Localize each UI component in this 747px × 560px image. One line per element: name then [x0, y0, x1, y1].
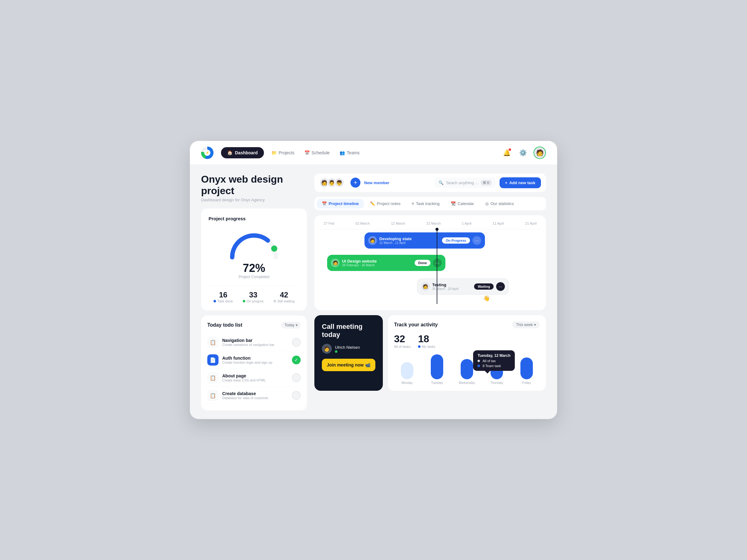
todo-text-1: Auth function Create function login and … — [222, 355, 288, 364]
user-avatar[interactable]: 🧑 — [534, 146, 546, 159]
home-icon: 🏠 — [227, 150, 232, 155]
todo-check-2[interactable] — [292, 373, 301, 382]
tooltip-team-dot — [478, 365, 480, 367]
calendar-icon: 📅 — [304, 150, 310, 155]
meeting-title: Call meeting today — [322, 323, 376, 339]
timeline-task-developing[interactable]: 🧑 Developing state 12 March - 11 April O… — [364, 232, 485, 248]
task-avatar-testing: 🧑 — [421, 282, 430, 291]
activity-header: Track your activity This week ▾ — [394, 321, 540, 328]
all-tasks-stat: 32 All of tasks — [394, 333, 411, 348]
nav-right: 🔔 ⚙️ 🧑 — [501, 146, 546, 159]
add-task-button[interactable]: + Add new task — [499, 177, 541, 188]
gauge-percent: 72% — [243, 262, 265, 275]
project-header: 🧑 👨 👦 + New member 🔍 Seach anything ... … — [314, 174, 546, 192]
todo-card: Today todo list Today ▾ 📋 Navigation bar… — [201, 316, 307, 410]
todo-item: 📋 Create database Database for data of c… — [207, 387, 301, 404]
app-container: ⚡ 🏠 Dashboard 📁 Projects 📅 Schedule 👥 Te… — [190, 141, 557, 419]
timeline-card: 27 Feb 02 March 12 March 22 March 1 Apri… — [314, 215, 546, 310]
project-subtitle: Dashboard design for Onyx Agency — [201, 197, 307, 202]
more-button-testing[interactable]: ··· — [496, 282, 505, 291]
todo-header: Today todo list Today ▾ — [207, 322, 301, 328]
tabs: 📅 Project timeline ✏️ Project notes ≡ Ta… — [314, 197, 546, 210]
search-box[interactable]: 🔍 Seach anything ... ⌘ K — [434, 178, 495, 188]
tab-project-timeline[interactable]: 📅 Project timeline — [317, 199, 364, 209]
timeline-task-testing[interactable]: 🧑 Testing 30 March - 20 April Waiting ··… — [417, 278, 509, 295]
activity-title: Track your activity — [394, 322, 438, 328]
timeline-rows: 🧑 Developing state 12 March - 11 April O… — [320, 229, 540, 304]
host-avatar: 🧑 — [322, 344, 332, 354]
meeting-host: 🧑 Ulrich Nielsen — [322, 344, 376, 354]
projects-nav-link[interactable]: 📁 Projects — [272, 150, 294, 155]
my-tasks-stat: 18 My tasks — [418, 333, 435, 348]
new-member-label: New member — [364, 181, 389, 185]
video-icon: 📹 — [365, 363, 370, 367]
stat-still-waiting: 42 Still waiting — [274, 291, 294, 303]
tracking-icon: ≡ — [412, 201, 414, 206]
cal-icon: 📆 — [451, 201, 456, 206]
todo-text-0: Navigation bar Create variations of navi… — [222, 338, 288, 347]
left-panel: Onyx web design project Dashboard design… — [201, 174, 307, 411]
stat-dot-green — [243, 300, 245, 302]
notification-dot — [509, 149, 511, 151]
todo-check-0[interactable] — [292, 338, 301, 347]
this-week-filter[interactable]: This week ▾ — [512, 321, 540, 328]
todo-check-1[interactable]: ✓ — [292, 355, 301, 364]
search-icon: 🔍 — [439, 181, 443, 185]
people-icon: 👥 — [340, 150, 345, 155]
teams-nav-link[interactable]: 👥 Teams — [340, 150, 360, 155]
chevron-down-icon: ▾ — [296, 323, 298, 327]
more-button-ui[interactable]: ··· — [433, 259, 442, 267]
join-meeting-button[interactable]: Join meeting now 📹 — [322, 359, 376, 371]
member-avatar-2[interactable]: 👦 — [334, 178, 344, 188]
todo-icon-0: 📋 — [207, 337, 218, 348]
timeline-task-ui-design[interactable]: 🧑 UI Design website 26 February - 26 Mar… — [327, 255, 445, 271]
todo-item: 📋 Navigation bar Create variations of na… — [207, 334, 301, 351]
stats-icon: ◎ — [485, 201, 489, 206]
todo-icon-2: 📋 — [207, 372, 218, 383]
tab-project-notes[interactable]: ✏️ Project notes — [365, 199, 406, 209]
todo-check-3[interactable] — [292, 391, 301, 400]
notification-button[interactable]: 🔔 — [501, 147, 512, 158]
schedule-nav-link[interactable]: 📅 Schedule — [304, 150, 330, 155]
add-member-button[interactable]: + — [351, 178, 360, 188]
todo-text-3: Create database Database for data of cus… — [222, 391, 288, 400]
tab-task-tracking[interactable]: ≡ Task tracking — [407, 199, 444, 209]
gear-icon: ⚙️ — [519, 149, 527, 157]
activity-card: Track your activity This week ▾ 32 All o… — [388, 315, 546, 391]
gauge-container: 72% Project Completed — [209, 226, 300, 279]
chevron-down-icon: ▾ — [534, 323, 536, 327]
svg-point-0 — [271, 245, 277, 252]
folder-icon: 📁 — [272, 150, 277, 155]
chart-bar-friday: Friday — [514, 357, 540, 384]
dashboard-nav-button[interactable]: 🏠 Dashboard — [221, 147, 264, 158]
plus-icon: + — [505, 181, 508, 185]
status-badge-testing: Waiting — [474, 284, 494, 290]
chart-bar-monday: Monday — [394, 362, 420, 384]
stat-task-done: 16 Task done — [213, 291, 233, 303]
today-filter[interactable]: Today ▾ — [281, 322, 301, 328]
main-content: Onyx web design project Dashboard design… — [190, 165, 557, 419]
logo-inner: ⚡ — [204, 150, 210, 156]
activity-stats: 32 All of tasks 18 My tasks — [394, 333, 540, 348]
todo-icon-3: 📋 — [207, 390, 218, 401]
settings-button[interactable]: ⚙️ — [517, 147, 529, 158]
chart-area: Monday Tuesday Wednesday — [394, 353, 540, 384]
progress-card-title: Project progress — [209, 216, 300, 221]
gauge-svg — [226, 226, 282, 260]
current-time-dot — [435, 228, 439, 231]
tab-statistics[interactable]: ◎ Our statistics — [480, 199, 519, 209]
todo-text-2: About page Create base CSS and HTML — [222, 373, 288, 382]
logo[interactable]: ⚡ — [201, 146, 213, 159]
status-badge-ui: Done — [415, 260, 431, 266]
navbar: ⚡ 🏠 Dashboard 📁 Projects 📅 Schedule 👥 Te… — [190, 141, 557, 165]
stat-dot-gray — [274, 300, 276, 302]
search-shortcut: ⌘ K — [481, 180, 491, 185]
tab-calendar[interactable]: 📆 Calendar — [446, 199, 479, 209]
chart-tooltip: Tuesday, 12 March All of tas 8 Team task — [473, 350, 515, 371]
online-indicator — [335, 350, 337, 353]
notes-icon: ✏️ — [370, 201, 375, 206]
status-badge-developing: On Progress — [442, 237, 470, 244]
host-name: Ulrich Nielsen — [335, 345, 360, 350]
timeline-dates: 27 Feb 02 March 12 March 22 March 1 Apri… — [320, 221, 540, 229]
more-button-developing[interactable]: ··· — [472, 236, 481, 245]
